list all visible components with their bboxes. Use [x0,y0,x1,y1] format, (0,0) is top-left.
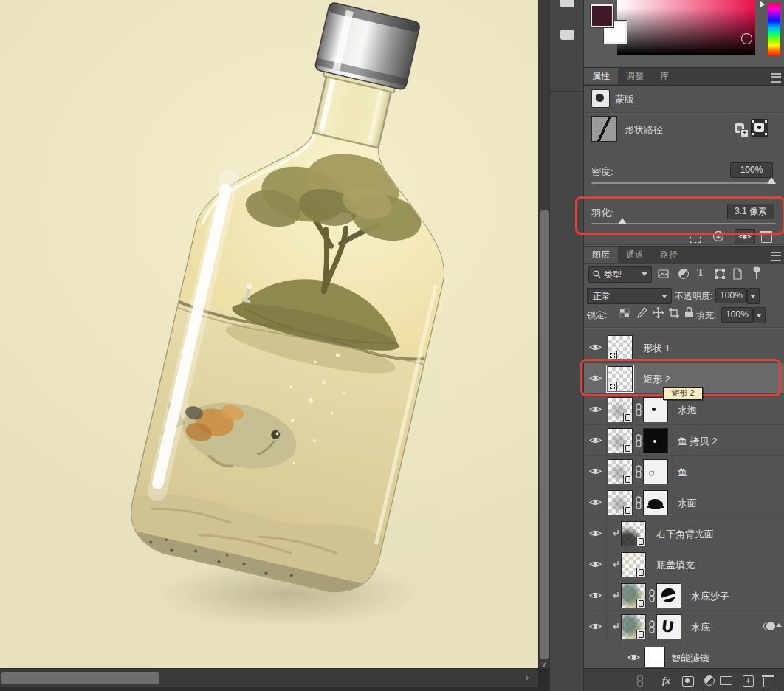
layer-row[interactable]: 鱼 拷贝 2 [584,425,784,456]
layer-filter-dropdown[interactable]: 类型 [588,266,652,283]
shape-path-thumbnail[interactable] [591,116,617,142]
layer-visibility-toggle[interactable] [584,611,607,642]
fill-chevron[interactable] [753,307,766,323]
layer-visibility-toggle[interactable] [584,394,607,424]
layer-mask-thumbnail[interactable]: U [656,614,681,639]
mask-link-icon[interactable] [635,434,642,450]
mask-selection-icon[interactable] [690,233,701,243]
scroll-right-arrow-icon[interactable]: › [526,672,529,683]
layer-thumbnail[interactable] [608,490,633,515]
filter-pixel-layers-icon[interactable] [658,267,669,281]
density-slider-thumb[interactable] [767,177,776,184]
panel-menu-icon[interactable] [771,73,781,83]
layer-row[interactable]: 鱼 [584,456,784,487]
tab-layers[interactable]: 图层 [584,247,618,263]
document-canvas[interactable] [0,0,538,668]
layer-visibility-toggle[interactable] [584,487,607,518]
tab-libraries[interactable]: 库 [652,68,677,84]
layer-visibility-toggle[interactable] [584,363,607,393]
layer-name[interactable]: 水底沙子 [691,590,729,603]
layer-name[interactable]: 右下角背光面 [656,528,714,541]
layer-name[interactable]: 水面 [678,497,697,510]
layer-mask-thumbnail[interactable] [656,583,681,608]
layer-row[interactable]: 瓶盖填充 [584,549,784,580]
layer-thumbnail[interactable] [608,397,633,422]
density-slider[interactable] [591,182,776,184]
filter-type-layers-icon[interactable]: T [697,267,704,278]
lock-pixels-brush-icon[interactable] [636,307,647,320]
layer-thumbnail[interactable] [621,583,646,608]
layer-visibility-toggle[interactable] [584,549,607,580]
mask-link-icon[interactable] [648,589,656,605]
collapse-caret-icon[interactable] [776,623,782,627]
vector-mask-button[interactable] [751,119,768,137]
delete-mask-icon[interactable] [761,233,772,243]
filter-toggle-pin-icon[interactable] [752,266,761,281]
horizontal-scrollbar-thumb[interactable] [1,672,159,684]
add-layer-mask-icon[interactable] [682,676,694,687]
mask-visibility-button[interactable] [735,229,755,244]
layer-mask-thumbnail[interactable] [643,397,668,422]
layer-row[interactable]: 水面 [584,487,784,518]
tab-channels[interactable]: 通道 [618,247,652,263]
layer-name[interactable]: 形状 1 [643,342,670,355]
apply-mask-icon[interactable] [712,230,725,243]
layer-thumbnail[interactable] [608,459,633,484]
hue-slider[interactable] [768,3,780,56]
foreground-color-swatch[interactable] [591,4,613,27]
layer-visibility-toggle[interactable] [584,518,607,549]
layer-thumbnail[interactable] [621,552,646,577]
layer-thumbnail[interactable] [621,521,646,546]
layer-visibility-toggle[interactable] [584,425,607,455]
panel-menu-icon[interactable] [771,252,781,261]
canvas-vertical-scrollbar[interactable]: ∨ [538,0,550,668]
layer-visibility-toggle[interactable] [584,332,607,362]
vertical-scrollbar-thumb[interactable] [540,210,549,659]
layer-thumbnail[interactable] [608,335,633,360]
lock-all-icon[interactable] [684,306,694,318]
layer-row[interactable]: 右下角背光面 [584,518,784,549]
new-group-icon[interactable] [720,676,732,685]
mask-link-icon[interactable] [648,620,656,636]
opacity-value[interactable]: 100% [715,288,747,303]
layer-row[interactable]: 形状 1 [584,332,784,363]
comment-icon[interactable] [560,30,574,40]
layer-row[interactable]: 智能滤镜 [584,642,784,668]
layer-style-fx-icon[interactable]: fx [662,675,670,686]
saturation-brightness-field[interactable] [617,0,755,55]
filter-adjustment-layers-icon[interactable] [678,269,689,279]
scroll-down-arrow-icon[interactable]: ∨ [541,660,546,668]
link-layers-icon[interactable] [636,675,644,687]
smart-filters-thumbnail[interactable] [644,647,665,667]
tab-adjustments[interactable]: 调整 [618,68,652,84]
layer-mask-thumbnail[interactable] [643,428,668,453]
blend-mode-dropdown[interactable]: 正常 [587,288,672,304]
new-layer-icon[interactable]: + [743,675,754,687]
tab-paths[interactable]: 路径 [652,247,686,263]
mask-link-icon[interactable] [635,465,642,481]
density-value[interactable]: 100% [730,162,773,178]
feather-slider-thumb[interactable] [618,218,627,224]
layer-row[interactable]: 水底沙子 [584,580,784,611]
layer-name[interactable]: 水泡 [678,404,697,417]
layer-name[interactable]: 矩形 2 [643,373,670,386]
comment-edit-icon[interactable] [560,0,574,7]
color-cursor[interactable] [741,33,752,44]
layer-visibility-toggle[interactable] [584,580,607,611]
mask-link-icon[interactable] [635,496,642,512]
lock-transparency-icon[interactable] [619,308,630,319]
layer-mask-thumbnail[interactable] [643,459,668,484]
layer-name[interactable]: 水底 [691,621,710,634]
layer-name[interactable]: 智能滤镜 [671,652,709,665]
feather-value[interactable]: 3.1 像素 [727,204,774,219]
layer-row[interactable]: U水底 [584,611,784,642]
mask-link-icon[interactable] [635,403,642,419]
lock-artboard-icon[interactable] [668,307,680,319]
lock-position-move-icon[interactable] [652,306,664,319]
add-mask-button[interactable]: + [732,120,748,137]
layer-mask-thumbnail[interactable] [643,490,668,515]
tab-properties[interactable]: 属性 [584,68,618,84]
opacity-chevron[interactable] [747,288,760,304]
layer-name[interactable]: 鱼 拷贝 2 [678,435,717,448]
layer-name[interactable]: 鱼 [678,466,687,479]
